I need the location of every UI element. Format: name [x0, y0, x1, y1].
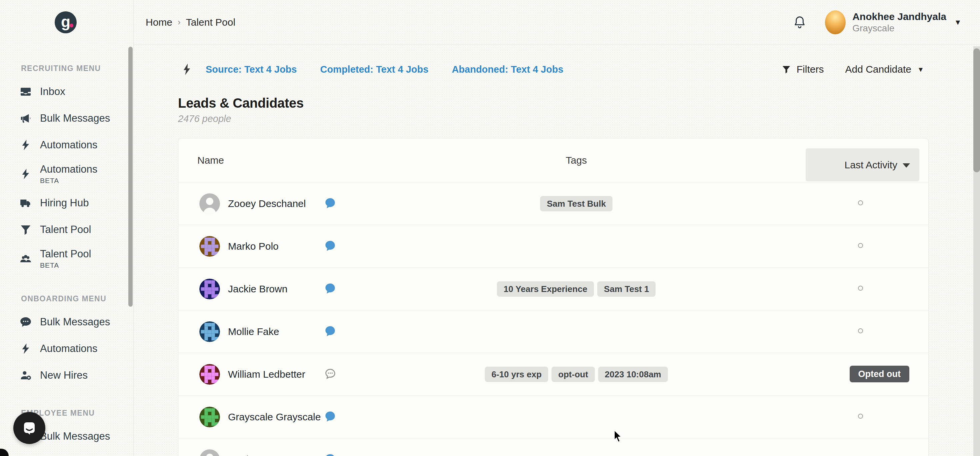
sidebar-item-automations[interactable]: Automations [0, 132, 133, 158]
tag-pill: Sam Test 1 [597, 281, 655, 297]
add-candidate-button[interactable]: Add Candidate ▾ [845, 64, 923, 75]
add-candidate-caret-icon: ▾ [919, 65, 923, 74]
table-row[interactable]: Mollie Fake [178, 310, 928, 353]
inbox-icon [19, 85, 32, 98]
megaphone-icon [19, 112, 32, 125]
page-title: Leads & Candidates [178, 96, 304, 111]
filters-button[interactable]: Filters [781, 64, 824, 75]
sidebar-item-label: Bulk Messages [40, 316, 110, 328]
sidebar-item-bulk-messages[interactable]: Bulk Messages [0, 309, 133, 335]
table-row[interactable]: Jackie Brown 10 Years ExperienceSam Test… [178, 267, 928, 310]
tag-pill: 6-10 yrs exp [485, 367, 548, 382]
quick-links-row: Source: Text 4 JobsCompleted: Text 4 Job… [134, 45, 980, 94]
sidebar-item-label: Bulk Messages [40, 112, 110, 124]
sidebar: g RECRUITING MENU Inbox Bulk Messages Au… [0, 0, 134, 456]
lightning-icon [19, 139, 32, 151]
user-menu[interactable]: Anokhee Jandhyala Grayscale [852, 11, 947, 34]
pixel-avatar [199, 321, 220, 342]
tag-list: Sam Test Bulk [540, 182, 612, 225]
sidebar-section-label: RECRUITING MENU [21, 64, 133, 73]
activity-indicator [858, 286, 863, 291]
chat-icon [19, 316, 32, 328]
sidebar-item-label: Inbox [40, 86, 65, 98]
sort-label: Last Activity [845, 159, 897, 171]
sidebar-item-label: Talent Pool [40, 224, 91, 236]
lightning-icon [19, 342, 32, 355]
table-row[interactable]: Testing User [178, 438, 928, 456]
notifications-bell-icon[interactable] [793, 15, 807, 30]
opted-out-badge: Opted out [850, 365, 909, 382]
sidebar-item-hiring-hub[interactable]: Hiring Hub [0, 190, 133, 216]
quick-link[interactable]: Abandoned: Text 4 Jobs [452, 64, 563, 75]
user-avatar[interactable] [825, 10, 846, 34]
quick-link[interactable]: Completed: Text 4 Jobs [320, 64, 428, 75]
table-header: Name Tags Last Activity [178, 138, 928, 182]
sidebar-item-label: Automations [40, 163, 97, 175]
activity-indicator [858, 328, 863, 333]
sidebar-item-label: Talent Pool [40, 248, 91, 260]
tag-list: 10 Years ExperienceSam Test 1 [497, 268, 655, 310]
candidate-name: Jackie Brown [228, 268, 287, 310]
chat-bubble-icon[interactable] [323, 282, 337, 296]
chat-bubble-icon[interactable] [323, 196, 337, 211]
main-scrollbar-thumb[interactable] [973, 48, 980, 172]
filters-label: Filters [797, 64, 824, 75]
chat-bubble-icon[interactable] [323, 410, 337, 424]
sort-caret-icon [903, 163, 910, 168]
lightning-icon [181, 63, 193, 76]
sidebar-item-beta-badge: BETA [40, 261, 91, 269]
breadcrumb-home[interactable]: Home [146, 17, 172, 28]
sidebar-item-beta-badge: BETA [40, 177, 97, 185]
table-row[interactable]: William Ledbetter 6-10 yrs expopt-out202… [178, 353, 928, 395]
user-menu-caret-icon[interactable]: ▾ [956, 17, 960, 27]
table-row[interactable]: Grayscale Grayscale [178, 395, 928, 438]
pixel-avatar [199, 279, 220, 299]
table-body: Zooey Deschanel Sam Test Bulk Marko Polo… [178, 182, 928, 456]
chat-bubble-icon[interactable] [323, 452, 337, 456]
tag-list: 6-10 yrs expopt-out2023 10:08am [485, 353, 668, 396]
sidebar-section: ONBOARDING MENU Bulk Messages Automation… [0, 294, 133, 389]
table-row[interactable]: Marko Polo [178, 225, 928, 267]
candidate-name: Testing User [228, 439, 284, 456]
candidate-name: Mollie Fake [228, 310, 279, 353]
tag-pill: Sam Test Bulk [540, 196, 612, 211]
logo-letter: g [61, 14, 70, 29]
quick-link[interactable]: Source: Text 4 Jobs [206, 64, 297, 75]
sidebar-item-inbox[interactable]: Inbox [0, 78, 133, 105]
pixel-avatar [199, 364, 220, 385]
funnel-icon [19, 223, 32, 236]
breadcrumb: Home › Talent Pool [146, 17, 235, 28]
sidebar-nav: RECRUITING MENU Inbox Bulk Messages Auto… [0, 47, 133, 450]
chat-bubble-icon[interactable] [323, 324, 337, 339]
table-row[interactable]: Zooey Deschanel Sam Test Bulk [178, 182, 928, 225]
sidebar-item-bulk-messages[interactable]: Bulk Messages [0, 105, 133, 132]
column-header-tags: Tags [566, 138, 587, 182]
sidebar-item-automations[interactable]: Automations [0, 335, 133, 362]
sidebar-section-label: ONBOARDING MENU [21, 294, 133, 303]
activity-indicator [858, 200, 863, 205]
candidate-name: William Ledbetter [228, 353, 305, 396]
chat-bubble-icon[interactable] [323, 239, 337, 254]
sidebar-item-label: Bulk Messages [40, 431, 110, 442]
default-avatar [199, 449, 220, 456]
sidebar-item-label: Hiring Hub [40, 197, 89, 209]
people-count: 2476 people [178, 113, 304, 124]
app-logo[interactable]: g [55, 11, 77, 33]
main-content: Source: Text 4 JobsCompleted: Text 4 Job… [134, 45, 980, 456]
pixel-avatar [199, 407, 220, 427]
sort-by-last-activity-button[interactable]: Last Activity [806, 148, 920, 181]
tag-pill: opt-out [552, 367, 595, 382]
intercom-chat-icon [21, 420, 37, 436]
sidebar-item-new-hires[interactable]: New Hires [0, 362, 133, 389]
user-name: Anokhee Jandhyala [852, 11, 947, 23]
sidebar-item-talent-pool-beta[interactable]: Talent Pool BETA [0, 243, 133, 274]
chat-bubble-icon[interactable] [323, 367, 337, 382]
sidebar-item-talent-pool[interactable]: Talent Pool [0, 216, 133, 243]
sidebar-item-automations-beta[interactable]: Automations BETA [0, 158, 133, 190]
sidebar-scrollbar[interactable] [128, 47, 133, 307]
sidebar-item-label: Automations [40, 343, 97, 355]
corner-shape [0, 449, 9, 456]
breadcrumb-current: Talent Pool [186, 17, 235, 28]
intercom-launcher[interactable] [13, 412, 45, 444]
tag-pill: 10 Years Experience [497, 281, 594, 297]
